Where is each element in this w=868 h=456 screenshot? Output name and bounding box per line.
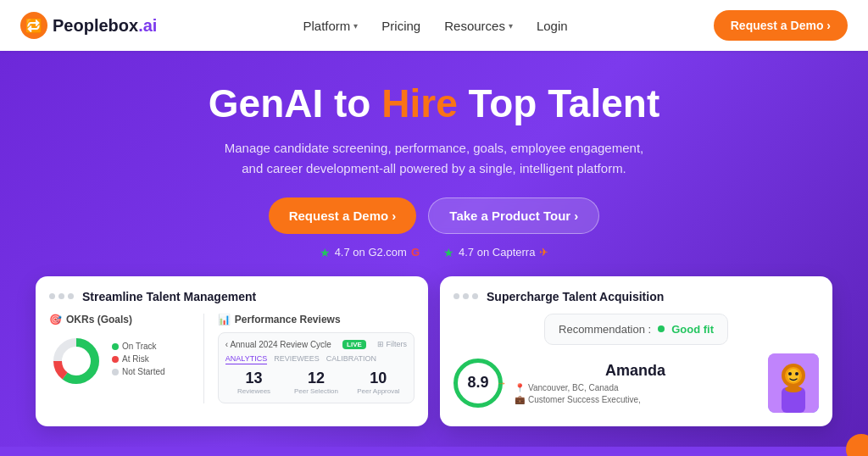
nav-pricing[interactable]: Pricing	[381, 19, 420, 33]
logo-icon: 🔁	[20, 12, 47, 39]
stat-peer-selection: 12 Peer Selection	[287, 370, 344, 396]
target-icon: 🎯	[49, 314, 62, 325]
svg-point-3	[64, 349, 88, 373]
donut-wrapper: On Track At Risk Not Started	[49, 334, 190, 388]
feature-cards: Streamline Talent Management 🎯 OKRs (Goa…	[20, 276, 848, 426]
talent-acquisition-card: Supercharge Talent Acquisition Recommend…	[440, 276, 832, 426]
performance-icon: 📊	[218, 314, 231, 325]
logo-area: 🔁 Peoplebox.ai	[20, 12, 157, 39]
g2-logo-icon: G	[411, 246, 420, 259]
role-item: 💼 Customer Success Executive,	[515, 395, 756, 404]
window-dots-right	[453, 293, 478, 299]
stat-peer-approval: 10 Peer Approval	[350, 370, 407, 396]
review-cycle-label: ‹ Annual 2024 Review Cycle	[225, 340, 331, 349]
svg-point-8	[788, 372, 792, 375]
good-fit-dot	[658, 325, 665, 332]
nav-resources[interactable]: Resources ▾	[444, 19, 513, 33]
performance-title: 📊 Performance Reviews	[218, 314, 415, 325]
ratings-row: ★ 4.7 on G2.com G ★ 4.7 on Capterra ✈	[20, 246, 848, 259]
stat-reviewees: 13 Reviewees	[225, 370, 282, 396]
star-icon: ★	[443, 246, 454, 259]
dot-2	[58, 293, 64, 299]
dot-3	[68, 293, 74, 299]
location-item: 📍 Vancouver, BC, Canada	[515, 383, 756, 392]
candidate-meta: 📍 Vancouver, BC, Canada 💼 Customer Succe…	[515, 383, 756, 404]
tab-calibration[interactable]: CALIBRATION	[326, 354, 376, 364]
talent-management-card: Streamline Talent Management 🎯 OKRs (Goa…	[36, 276, 428, 426]
product-tour-button[interactable]: Take a Product Tour ›	[428, 197, 599, 234]
logo-text: Peoplebox.ai	[53, 16, 157, 36]
candidate-score: 8.9 →	[453, 359, 503, 408]
g2-rating: ★ 4.7 on G2.com G	[320, 246, 420, 259]
talent-acquisition-title: Supercharge Talent Acquisition	[487, 290, 664, 303]
chevron-down-icon: ▾	[509, 21, 513, 31]
hero-title: GenAI to Hire Top Talent	[20, 81, 848, 126]
legend-dot-gray	[112, 369, 119, 375]
review-cycle-row: ‹ Annual 2024 Review Cycle LIVE ⊞ Filter…	[225, 340, 407, 349]
chevron-down-icon: ▾	[353, 21, 358, 31]
performance-tabs: ANALYTICS REVIEWEES CALIBRATION	[225, 354, 407, 364]
filter-icon: ⊞ Filters	[377, 340, 407, 348]
legend-dot-green	[112, 343, 119, 350]
card-header-left: Streamline Talent Management	[49, 290, 415, 303]
navbar-nav: Platform ▾ Pricing Resources ▾ Login	[303, 19, 568, 33]
dot-r1	[453, 293, 459, 299]
tab-analytics[interactable]: ANALYTICS	[225, 354, 267, 364]
card-header-right: Supercharge Talent Acquisition	[453, 290, 819, 303]
nav-login[interactable]: Login	[537, 19, 568, 33]
capterra-logo-icon: ✈	[539, 246, 548, 259]
donut-chart	[49, 334, 103, 388]
svg-rect-11	[785, 386, 802, 392]
legend-at-risk: At Risk	[112, 354, 165, 364]
talent-management-title: Streamline Talent Management	[82, 290, 256, 303]
performance-stats: 13 Reviewees 12 Peer Selection 10 Peer A…	[225, 370, 407, 396]
avatar-svg	[768, 353, 819, 413]
legend-dot-red	[112, 356, 119, 363]
dot-r2	[463, 293, 469, 299]
request-demo-nav-button[interactable]: Request a Demo ›	[714, 10, 848, 41]
location-icon: 📍	[515, 383, 525, 392]
card-body-left: 🎯 OKRs (Goals)	[49, 314, 415, 403]
nav-platform[interactable]: Platform ▾	[303, 19, 359, 33]
tab-reviewees[interactable]: REVIEWEES	[274, 354, 320, 364]
hero-buttons: Request a Demo › Take a Product Tour ›	[20, 197, 848, 234]
window-dots	[49, 293, 74, 299]
arrow-icon: →	[497, 377, 507, 389]
capterra-rating: ★ 4.7 on Capterra ✈	[443, 246, 548, 259]
live-badge: LIVE	[342, 340, 366, 349]
recommendation-box: Recommendation : Good fit	[544, 314, 728, 345]
svg-point-9	[795, 372, 798, 375]
hero-section: GenAI to Hire Top Talent Manage candidat…	[0, 51, 868, 447]
star-icon: ★	[320, 246, 331, 259]
dot-1	[49, 293, 55, 299]
performance-card: ‹ Annual 2024 Review Cycle LIVE ⊞ Filter…	[218, 332, 415, 403]
candidate-row: 8.9 → Amanda 📍 Vancouver, BC, Canada 💼	[453, 353, 819, 413]
avatar	[768, 353, 819, 413]
legend: On Track At Risk Not Started	[112, 342, 165, 380]
okr-section: 🎯 OKRs (Goals)	[49, 314, 190, 403]
hero-subtitle: Manage candidate screening, performance,…	[222, 138, 646, 179]
okr-title: 🎯 OKRs (Goals)	[49, 314, 190, 325]
dot-r3	[472, 293, 478, 299]
request-demo-hero-button[interactable]: Request a Demo ›	[269, 197, 417, 234]
performance-section: 📊 Performance Reviews ‹ Annual 2024 Revi…	[218, 314, 415, 403]
legend-on-track: On Track	[112, 342, 165, 351]
navbar: 🔁 Peoplebox.ai Platform ▾ Pricing Resour…	[0, 0, 868, 51]
donut-svg	[49, 334, 103, 388]
role-icon: 💼	[515, 395, 525, 404]
candidate-info: Amanda 📍 Vancouver, BC, Canada 💼 Custome…	[515, 362, 756, 404]
vertical-divider	[203, 314, 204, 403]
legend-not-started: Not Started	[112, 367, 165, 376]
recommendation-section: Recommendation : Good fit 8.9 → Amanda 📍	[453, 314, 819, 413]
